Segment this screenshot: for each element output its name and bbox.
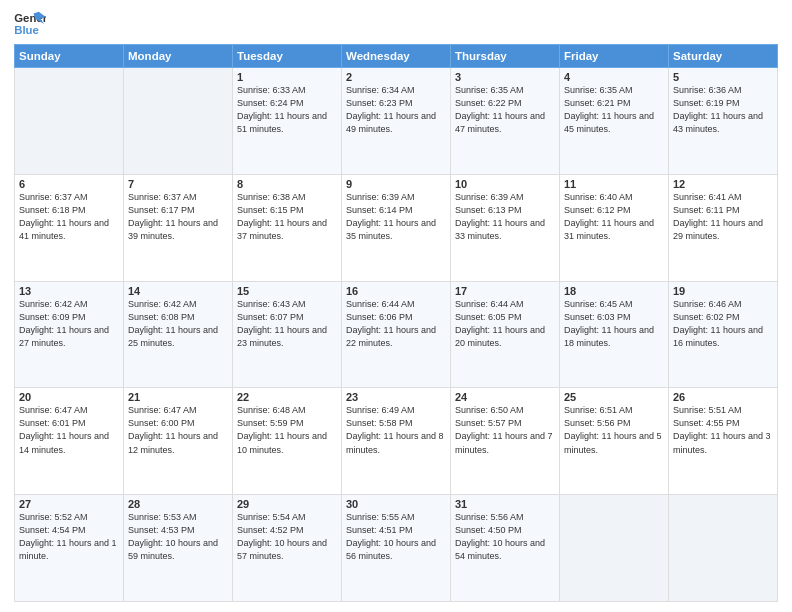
cell-info: Sunrise: 6:39 AM Sunset: 6:13 PM Dayligh… bbox=[455, 191, 555, 243]
calendar-week-row: 13Sunrise: 6:42 AM Sunset: 6:09 PM Dayli… bbox=[15, 281, 778, 388]
calendar-cell: 31Sunrise: 5:56 AM Sunset: 4:50 PM Dayli… bbox=[451, 495, 560, 602]
cell-info: Sunrise: 5:51 AM Sunset: 4:55 PM Dayligh… bbox=[673, 404, 773, 456]
cell-info: Sunrise: 6:36 AM Sunset: 6:19 PM Dayligh… bbox=[673, 84, 773, 136]
day-number: 9 bbox=[346, 178, 446, 190]
calendar-cell: 30Sunrise: 5:55 AM Sunset: 4:51 PM Dayli… bbox=[342, 495, 451, 602]
calendar-cell: 17Sunrise: 6:44 AM Sunset: 6:05 PM Dayli… bbox=[451, 281, 560, 388]
day-number: 20 bbox=[19, 391, 119, 403]
calendar-cell: 2Sunrise: 6:34 AM Sunset: 6:23 PM Daylig… bbox=[342, 68, 451, 175]
calendar-cell: 12Sunrise: 6:41 AM Sunset: 6:11 PM Dayli… bbox=[669, 174, 778, 281]
calendar-cell: 28Sunrise: 5:53 AM Sunset: 4:53 PM Dayli… bbox=[124, 495, 233, 602]
day-number: 23 bbox=[346, 391, 446, 403]
calendar-cell: 27Sunrise: 5:52 AM Sunset: 4:54 PM Dayli… bbox=[15, 495, 124, 602]
calendar-week-row: 20Sunrise: 6:47 AM Sunset: 6:01 PM Dayli… bbox=[15, 388, 778, 495]
calendar-cell: 5Sunrise: 6:36 AM Sunset: 6:19 PM Daylig… bbox=[669, 68, 778, 175]
cell-info: Sunrise: 6:49 AM Sunset: 5:58 PM Dayligh… bbox=[346, 404, 446, 456]
day-number: 15 bbox=[237, 285, 337, 297]
cell-info: Sunrise: 6:48 AM Sunset: 5:59 PM Dayligh… bbox=[237, 404, 337, 456]
day-number: 28 bbox=[128, 498, 228, 510]
day-header-wednesday: Wednesday bbox=[342, 45, 451, 68]
day-number: 19 bbox=[673, 285, 773, 297]
calendar-week-row: 27Sunrise: 5:52 AM Sunset: 4:54 PM Dayli… bbox=[15, 495, 778, 602]
calendar-cell: 6Sunrise: 6:37 AM Sunset: 6:18 PM Daylig… bbox=[15, 174, 124, 281]
cell-info: Sunrise: 6:50 AM Sunset: 5:57 PM Dayligh… bbox=[455, 404, 555, 456]
day-number: 11 bbox=[564, 178, 664, 190]
cell-info: Sunrise: 6:37 AM Sunset: 6:18 PM Dayligh… bbox=[19, 191, 119, 243]
day-number: 12 bbox=[673, 178, 773, 190]
day-number: 13 bbox=[19, 285, 119, 297]
day-number: 27 bbox=[19, 498, 119, 510]
day-number: 7 bbox=[128, 178, 228, 190]
calendar-cell bbox=[669, 495, 778, 602]
day-number: 4 bbox=[564, 71, 664, 83]
calendar-cell: 3Sunrise: 6:35 AM Sunset: 6:22 PM Daylig… bbox=[451, 68, 560, 175]
calendar-cell: 25Sunrise: 6:51 AM Sunset: 5:56 PM Dayli… bbox=[560, 388, 669, 495]
calendar-cell: 21Sunrise: 6:47 AM Sunset: 6:00 PM Dayli… bbox=[124, 388, 233, 495]
day-number: 8 bbox=[237, 178, 337, 190]
day-header-saturday: Saturday bbox=[669, 45, 778, 68]
cell-info: Sunrise: 6:40 AM Sunset: 6:12 PM Dayligh… bbox=[564, 191, 664, 243]
cell-info: Sunrise: 6:42 AM Sunset: 6:08 PM Dayligh… bbox=[128, 298, 228, 350]
logo: General Blue bbox=[14, 10, 46, 38]
cell-info: Sunrise: 6:47 AM Sunset: 6:01 PM Dayligh… bbox=[19, 404, 119, 456]
day-number: 29 bbox=[237, 498, 337, 510]
calendar-cell: 1Sunrise: 6:33 AM Sunset: 6:24 PM Daylig… bbox=[233, 68, 342, 175]
cell-info: Sunrise: 6:37 AM Sunset: 6:17 PM Dayligh… bbox=[128, 191, 228, 243]
cell-info: Sunrise: 6:38 AM Sunset: 6:15 PM Dayligh… bbox=[237, 191, 337, 243]
day-number: 16 bbox=[346, 285, 446, 297]
cell-info: Sunrise: 6:45 AM Sunset: 6:03 PM Dayligh… bbox=[564, 298, 664, 350]
cell-info: Sunrise: 6:33 AM Sunset: 6:24 PM Dayligh… bbox=[237, 84, 337, 136]
logo-icon: General Blue bbox=[14, 10, 46, 38]
calendar-cell: 10Sunrise: 6:39 AM Sunset: 6:13 PM Dayli… bbox=[451, 174, 560, 281]
calendar-cell bbox=[124, 68, 233, 175]
cell-info: Sunrise: 6:34 AM Sunset: 6:23 PM Dayligh… bbox=[346, 84, 446, 136]
day-number: 22 bbox=[237, 391, 337, 403]
day-number: 6 bbox=[19, 178, 119, 190]
calendar-table: SundayMondayTuesdayWednesdayThursdayFrid… bbox=[14, 44, 778, 602]
day-number: 26 bbox=[673, 391, 773, 403]
calendar-cell: 15Sunrise: 6:43 AM Sunset: 6:07 PM Dayli… bbox=[233, 281, 342, 388]
calendar-cell: 11Sunrise: 6:40 AM Sunset: 6:12 PM Dayli… bbox=[560, 174, 669, 281]
calendar-cell: 23Sunrise: 6:49 AM Sunset: 5:58 PM Dayli… bbox=[342, 388, 451, 495]
day-header-thursday: Thursday bbox=[451, 45, 560, 68]
cell-info: Sunrise: 6:47 AM Sunset: 6:00 PM Dayligh… bbox=[128, 404, 228, 456]
day-header-friday: Friday bbox=[560, 45, 669, 68]
calendar-cell: 26Sunrise: 5:51 AM Sunset: 4:55 PM Dayli… bbox=[669, 388, 778, 495]
calendar-cell: 14Sunrise: 6:42 AM Sunset: 6:08 PM Dayli… bbox=[124, 281, 233, 388]
calendar-cell: 16Sunrise: 6:44 AM Sunset: 6:06 PM Dayli… bbox=[342, 281, 451, 388]
cell-info: Sunrise: 5:52 AM Sunset: 4:54 PM Dayligh… bbox=[19, 511, 119, 563]
cell-info: Sunrise: 6:46 AM Sunset: 6:02 PM Dayligh… bbox=[673, 298, 773, 350]
svg-text:Blue: Blue bbox=[14, 24, 39, 36]
calendar-cell: 18Sunrise: 6:45 AM Sunset: 6:03 PM Dayli… bbox=[560, 281, 669, 388]
page: General Blue SundayMondayTuesdayWednesda… bbox=[0, 0, 792, 612]
cell-info: Sunrise: 6:35 AM Sunset: 6:22 PM Dayligh… bbox=[455, 84, 555, 136]
calendar-cell: 22Sunrise: 6:48 AM Sunset: 5:59 PM Dayli… bbox=[233, 388, 342, 495]
calendar-cell bbox=[560, 495, 669, 602]
cell-info: Sunrise: 6:35 AM Sunset: 6:21 PM Dayligh… bbox=[564, 84, 664, 136]
day-number: 21 bbox=[128, 391, 228, 403]
cell-info: Sunrise: 5:56 AM Sunset: 4:50 PM Dayligh… bbox=[455, 511, 555, 563]
cell-info: Sunrise: 5:54 AM Sunset: 4:52 PM Dayligh… bbox=[237, 511, 337, 563]
day-number: 5 bbox=[673, 71, 773, 83]
day-number: 31 bbox=[455, 498, 555, 510]
day-header-monday: Monday bbox=[124, 45, 233, 68]
calendar-week-row: 1Sunrise: 6:33 AM Sunset: 6:24 PM Daylig… bbox=[15, 68, 778, 175]
cell-info: Sunrise: 6:44 AM Sunset: 6:06 PM Dayligh… bbox=[346, 298, 446, 350]
day-number: 18 bbox=[564, 285, 664, 297]
cell-info: Sunrise: 5:55 AM Sunset: 4:51 PM Dayligh… bbox=[346, 511, 446, 563]
calendar-cell: 4Sunrise: 6:35 AM Sunset: 6:21 PM Daylig… bbox=[560, 68, 669, 175]
day-number: 14 bbox=[128, 285, 228, 297]
calendar-cell: 8Sunrise: 6:38 AM Sunset: 6:15 PM Daylig… bbox=[233, 174, 342, 281]
calendar-cell bbox=[15, 68, 124, 175]
calendar-cell: 20Sunrise: 6:47 AM Sunset: 6:01 PM Dayli… bbox=[15, 388, 124, 495]
calendar-header-row: SundayMondayTuesdayWednesdayThursdayFrid… bbox=[15, 45, 778, 68]
calendar-cell: 24Sunrise: 6:50 AM Sunset: 5:57 PM Dayli… bbox=[451, 388, 560, 495]
cell-info: Sunrise: 6:41 AM Sunset: 6:11 PM Dayligh… bbox=[673, 191, 773, 243]
calendar-cell: 19Sunrise: 6:46 AM Sunset: 6:02 PM Dayli… bbox=[669, 281, 778, 388]
cell-info: Sunrise: 6:43 AM Sunset: 6:07 PM Dayligh… bbox=[237, 298, 337, 350]
day-header-tuesday: Tuesday bbox=[233, 45, 342, 68]
day-number: 17 bbox=[455, 285, 555, 297]
calendar-cell: 9Sunrise: 6:39 AM Sunset: 6:14 PM Daylig… bbox=[342, 174, 451, 281]
day-number: 24 bbox=[455, 391, 555, 403]
cell-info: Sunrise: 6:51 AM Sunset: 5:56 PM Dayligh… bbox=[564, 404, 664, 456]
